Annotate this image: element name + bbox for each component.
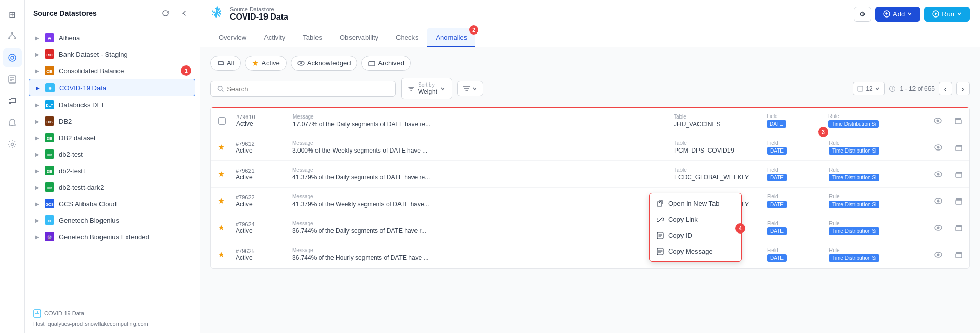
context-menu-open-tab[interactable]: Open in New Tab — [650, 195, 741, 211]
sidebar-item-label: GCS Alibaba Cloud — [59, 200, 191, 208]
sidebar-item-consolidated-balance[interactable]: ▶ CB Consolidated Balance 1 — [25, 62, 200, 79]
sidebar-item-gcs-alibaba[interactable]: ▶ GCS GCS Alibaba Cloud — [25, 195, 200, 212]
filter-acknowledged[interactable]: Acknowledged — [291, 56, 358, 71]
settings-nav-item[interactable] — [3, 135, 22, 154]
header-left: Source Datastore COVID-19 Data — [210, 5, 288, 23]
table-label: Table — [674, 114, 758, 120]
grid-nav-item[interactable]: ⊞ — [3, 5, 22, 24]
footer-selected-label: COVID-19 Data — [44, 310, 84, 317]
collapse-button[interactable] — [177, 6, 191, 21]
sidebar-item-label: db2-test — [59, 151, 191, 158]
sidebar-item-db2-dataset[interactable]: ▶ DB DB2 dataset — [25, 129, 200, 146]
sidebar-item-genetech[interactable]: ▶ ❄ Genetech Biogenius — [25, 212, 200, 228]
svg-rect-45 — [369, 62, 375, 66]
table-row[interactable]: #79621 Active Message 41.379% of the Dai… — [211, 161, 969, 188]
run-button[interactable]: Run — [924, 7, 970, 22]
filter-active[interactable]: Active — [245, 56, 286, 71]
tab-overview[interactable]: Overview — [210, 28, 255, 47]
db2-test-icon: DB — [44, 149, 55, 159]
row-view-action[interactable] — [928, 138, 949, 157]
tab-anomalies[interactable]: Anomalies 2 — [427, 28, 475, 47]
tab-tables[interactable]: Tables — [294, 28, 330, 47]
row-view-action[interactable] — [928, 165, 949, 184]
context-menu-copy-message[interactable]: Copy Message — [650, 243, 741, 259]
row-archive-action[interactable] — [949, 192, 969, 210]
row-icon-cell — [211, 219, 231, 237]
tab-activity[interactable]: Activity — [256, 28, 293, 47]
sidebar-item-db2-testt[interactable]: ▶ DB db2-testt — [25, 162, 200, 179]
filter-all[interactable]: All — [210, 56, 241, 71]
row-view-action[interactable] — [928, 245, 949, 264]
svg-rect-52 — [955, 120, 961, 124]
sidebar-item-db2-test[interactable]: ▶ DB db2-test — [25, 146, 200, 162]
refresh-button[interactable] — [158, 6, 173, 21]
network-nav-item[interactable] — [3, 27, 22, 45]
row-checkbox-cell[interactable] — [211, 112, 232, 130]
datastores-nav-item[interactable] — [3, 48, 22, 67]
row-rule-cell: Rule Time Distribution Si — [825, 189, 928, 213]
search-sort-left: Sort by Weight — [210, 78, 483, 99]
sidebar-item-genetech-ext[interactable]: ▶ 🔮 Genetech Biogenius Extended — [25, 228, 200, 245]
page-size-selector[interactable]: 12 — [853, 82, 884, 95]
svg-text:❄: ❄ — [48, 87, 52, 90]
rule-label: Rule — [828, 113, 923, 119]
main-header: Source Datastore COVID-19 Data ⚙ Add — [200, 0, 980, 28]
tab-checks[interactable]: Checks — [388, 28, 426, 47]
search-input[interactable] — [227, 85, 389, 93]
row-icon-cell — [211, 245, 231, 264]
prev-page-button[interactable]: ‹ — [939, 82, 952, 95]
filter-bar: All Active Acknowledged Archived — [210, 56, 970, 71]
row-rule-cell: Rule Time Distribution Si — [825, 215, 928, 240]
table-row[interactable]: #79622 Active Message 41.379% of the Wee… — [211, 188, 969, 214]
row-archive-action[interactable] — [948, 111, 969, 130]
sidebar-item-databricks[interactable]: ▶ DLT Databricks DLT — [25, 96, 200, 113]
svg-point-55 — [937, 146, 940, 148]
sidebar-item-label: Genetech Biogenius — [59, 217, 191, 224]
row-view-action[interactable] — [927, 111, 948, 130]
row-view-action[interactable] — [928, 219, 949, 237]
context-menu: Open in New Tab Copy Link Copy ID 4 — [649, 193, 742, 262]
row-archive-action[interactable] — [949, 219, 969, 237]
context-menu-label: Copy ID — [668, 231, 692, 239]
row-archive-action[interactable] — [949, 138, 969, 157]
sidebar-item-covid19[interactable]: ▶ ❄ COVID-19 Data — [29, 79, 195, 96]
table-row[interactable]: #79610 Active Message 17.077% of the Dai… — [211, 107, 969, 134]
svg-rect-53 — [955, 118, 961, 120]
svg-rect-76 — [956, 252, 962, 254]
row-checkbox[interactable] — [218, 117, 226, 125]
tags-nav-item[interactable]: 🏷 — [3, 92, 22, 110]
chevron-icon: ▶ — [35, 135, 39, 141]
notifications-nav-item[interactable] — [3, 113, 22, 132]
add-button[interactable]: Add — [875, 7, 920, 22]
svg-rect-56 — [956, 146, 962, 151]
sidebar-item-db2-testt-dark2[interactable]: ▶ DB db2-testt-dark2 — [25, 179, 200, 195]
reports-nav-item[interactable] — [3, 70, 22, 89]
sort-button[interactable]: Sort by Weight — [401, 78, 452, 99]
svg-point-6 — [11, 56, 14, 59]
row-archive-action[interactable] — [949, 165, 969, 184]
row-archive-action[interactable] — [949, 245, 969, 264]
gear-settings-button[interactable]: ⚙ — [854, 7, 871, 22]
db2-icon: DB — [44, 116, 55, 126]
svg-rect-42 — [219, 62, 223, 64]
table-row[interactable]: #79625 Active Message 36.744% of the Hou… — [211, 241, 969, 268]
filter-archived[interactable]: Archived — [361, 56, 411, 71]
next-page-button[interactable]: › — [956, 82, 970, 95]
row-view-action[interactable] — [928, 192, 949, 210]
sidebar-item-db2[interactable]: ▶ DB DB2 — [25, 113, 200, 129]
context-menu-copy-link[interactable]: Copy Link — [650, 211, 741, 227]
tab-observability[interactable]: Observability — [331, 28, 387, 47]
table-row[interactable]: #79624 Active Message 36.744% of the Dai… — [211, 214, 969, 241]
sidebar-item-athena[interactable]: ▶ A Athena — [25, 29, 200, 46]
anomaly-table: JHU_VACCINES — [674, 121, 758, 128]
svg-text:DB: DB — [47, 137, 52, 140]
svg-text:DB: DB — [46, 120, 53, 124]
table-row[interactable]: #79612 Active Message 3.000% of the Week… — [211, 134, 969, 161]
row-rule-cell: Rule Time Distribution Si — [824, 108, 927, 133]
sidebar-item-bank-dataset[interactable]: ▶ BD Bank Dataset - Staging — [25, 46, 200, 62]
context-menu-copy-id[interactable]: Copy ID 4 — [650, 227, 741, 243]
anomalies-table: #79610 Active Message 17.077% of the Dai… — [210, 107, 970, 269]
row-id-status-cell: #79624 Active — [231, 216, 288, 240]
advanced-filter-button[interactable] — [457, 81, 483, 96]
field-badge: DATE — [767, 120, 786, 128]
